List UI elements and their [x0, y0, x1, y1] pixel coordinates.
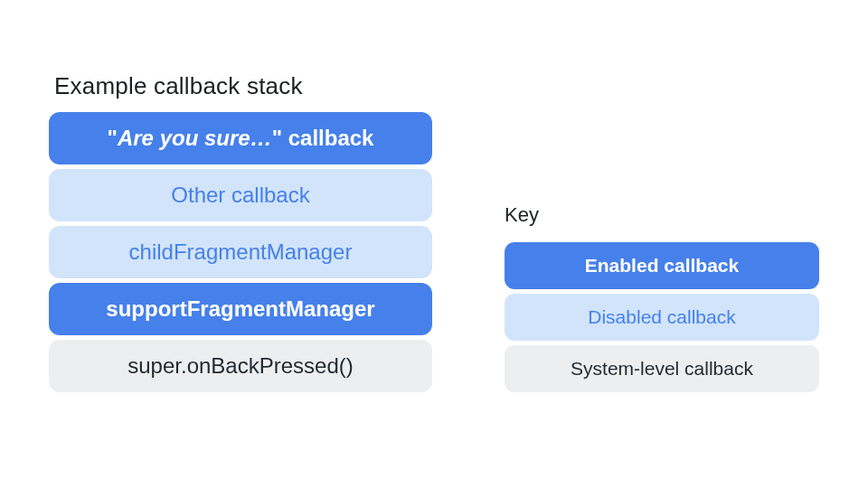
key-title: Key: [505, 203, 539, 227]
stack-title: Example callback stack: [54, 72, 303, 100]
quote-open: ": [108, 126, 118, 150]
key-item-disabled: Disabled callback: [505, 294, 819, 341]
key-item-label: Enabled callback: [585, 255, 739, 277]
key-item-enabled: Enabled callback: [505, 242, 819, 289]
key-legend: Enabled callback Disabled callback Syste…: [505, 242, 819, 392]
stack-item-super-on-back-pressed: super.onBackPressed(): [49, 340, 432, 392]
stack-item-label: Other callback: [171, 183, 309, 208]
callback-stack: "Are you sure…" callback Other callback …: [49, 112, 432, 392]
stack-item-are-you-sure: "Are you sure…" callback: [49, 112, 432, 164]
key-item-label: System-level callback: [571, 358, 753, 380]
quote-close: ": [272, 126, 282, 150]
key-item-label: Disabled callback: [588, 306, 735, 328]
stack-item-label: supportFragmentManager: [106, 296, 374, 322]
diagram-canvas: Example callback stack "Are you sure…" c…: [0, 0, 868, 488]
italic-text: Are you sure…: [118, 126, 272, 150]
rest-text: callback: [282, 126, 373, 150]
stack-item-support-fragment-manager: supportFragmentManager: [49, 283, 432, 335]
stack-item-label: childFragmentManager: [129, 239, 353, 265]
stack-item-other-callback: Other callback: [49, 169, 432, 221]
stack-item-label: super.onBackPressed(): [127, 353, 353, 379]
stack-item-label: "Are you sure…" callback: [108, 126, 374, 151]
stack-item-child-fragment-manager: childFragmentManager: [49, 226, 432, 278]
key-item-system: System-level callback: [505, 345, 819, 392]
